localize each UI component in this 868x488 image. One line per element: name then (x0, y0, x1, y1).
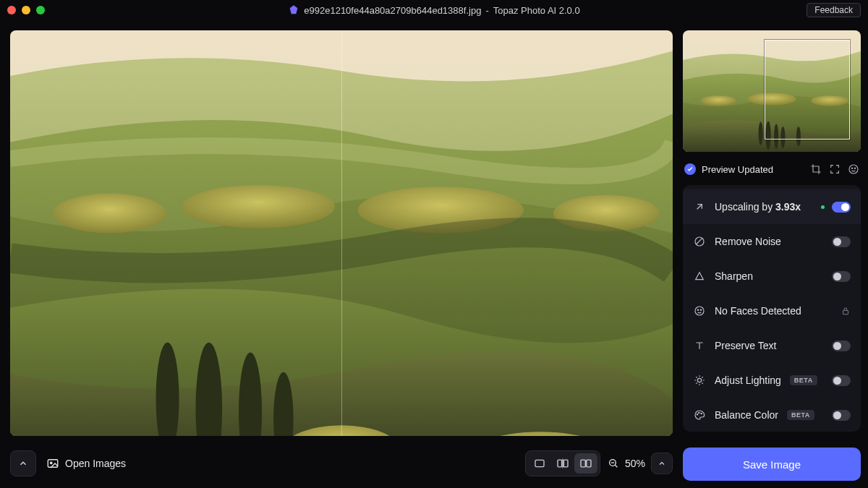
upscale-icon (693, 200, 706, 213)
enhancement-faces-label: No Faces Detected (715, 305, 801, 317)
title-filename: e992e1210fe44a80a2709b644ed1388f.jpg (304, 5, 481, 16)
enhancement-faces-row[interactable]: No Faces Detected (683, 294, 861, 328)
enhancement-noise-row[interactable]: Remove Noise (683, 224, 861, 259)
view-mode-group (525, 450, 600, 476)
preview-status-text: Preview Updated (702, 164, 773, 175)
viewmode-split-button[interactable] (551, 453, 574, 474)
svg-rect-26 (581, 460, 585, 467)
preview-canvas[interactable] (10, 30, 673, 436)
close-window-icon[interactable] (7, 6, 16, 14)
svg-point-40 (697, 414, 697, 415)
window-controls[interactable] (7, 6, 45, 14)
enhancement-upscale-label: Upscaling by 3.93x (715, 201, 801, 213)
title-separator: - (485, 5, 488, 16)
enhancement-noise-toggle[interactable] (832, 236, 851, 247)
svg-point-42 (701, 413, 702, 414)
minimize-window-icon[interactable] (22, 6, 30, 14)
zoom-value[interactable]: 50% (625, 458, 645, 469)
svg-point-21 (51, 462, 52, 463)
zoom-out-icon[interactable] (608, 458, 619, 469)
window-title: e992e1210fe44a80a2709b644ed1388f.jpg - T… (0, 4, 868, 16)
app-icon (288, 4, 299, 16)
zoom-control: 50% (608, 453, 673, 474)
preview-status-row: Preview Updated (683, 160, 861, 176)
face-icon (693, 304, 706, 317)
noise-icon (693, 235, 706, 248)
svg-point-31 (849, 165, 858, 174)
image-icon (46, 457, 59, 470)
enhancement-upscale-row[interactable]: Upscaling by 3.93x (683, 189, 861, 224)
split-divider[interactable] (341, 30, 342, 436)
open-images-button[interactable]: Open Images (43, 457, 126, 470)
open-images-label: Open Images (65, 458, 126, 469)
enhancement-sharpen-label: Sharpen (715, 270, 753, 282)
svg-point-37 (700, 309, 701, 310)
beta-badge: BETA (790, 375, 817, 385)
svg-rect-24 (563, 460, 568, 467)
titlebar: e992e1210fe44a80a2709b644ed1388f.jpg - T… (0, 0, 868, 20)
svg-point-35 (695, 307, 704, 315)
beta-badge: BETA (787, 410, 814, 420)
enhancement-light-label: Adjust Lighting (715, 374, 781, 386)
svg-rect-38 (843, 310, 848, 314)
enhancement-light-toggle[interactable] (832, 375, 851, 386)
status-check-icon (684, 163, 696, 175)
zoom-menu-button[interactable] (651, 453, 673, 474)
sharpen-icon (693, 270, 706, 283)
enhancement-light-row[interactable]: Adjust LightingBETA (683, 363, 861, 398)
enhancement-text-toggle[interactable] (832, 341, 851, 351)
enhancement-text-label: Preserve Text (715, 340, 776, 351)
lock-icon (841, 306, 851, 316)
title-app: Topaz Photo AI 2.0.0 (493, 5, 580, 16)
active-indicator-dot (821, 205, 825, 209)
svg-line-29 (615, 465, 617, 467)
face-status-icon[interactable] (848, 163, 859, 175)
fullscreen-icon[interactable] (829, 163, 841, 175)
viewmode-single-button[interactable] (528, 453, 551, 474)
svg-rect-23 (558, 460, 562, 467)
svg-rect-27 (587, 460, 591, 467)
svg-point-39 (697, 378, 701, 382)
navigator-thumbnail[interactable] (683, 30, 861, 152)
svg-point-33 (854, 168, 855, 168)
collapse-up-button[interactable] (10, 450, 36, 476)
palette-icon (693, 408, 706, 421)
text-icon (693, 339, 706, 352)
viewmode-sidebyside-button[interactable] (574, 453, 597, 474)
sun-icon (693, 374, 706, 387)
maximize-window-icon[interactable] (36, 6, 45, 14)
enhancements-panel: Upscaling by 3.93xRemove NoiseSharpenNo … (683, 185, 861, 432)
feedback-button[interactable]: Feedback (807, 3, 861, 17)
crop-icon[interactable] (810, 163, 822, 175)
enhancement-sharpen-toggle[interactable] (832, 271, 851, 282)
enhancement-sharpen-row[interactable]: Sharpen (683, 259, 861, 294)
enhancement-upscale-toggle[interactable] (832, 202, 851, 213)
bottom-toolbar: Open Images 50% (10, 446, 673, 481)
save-image-label: Save Image (743, 458, 801, 471)
enhancement-color-toggle[interactable] (832, 410, 851, 421)
svg-rect-22 (535, 460, 544, 466)
enhancement-noise-label: Remove Noise (715, 236, 781, 247)
enhancement-color-label: Balance Color (715, 409, 778, 421)
save-image-button[interactable]: Save Image (683, 448, 861, 481)
svg-point-36 (697, 309, 698, 310)
enhancement-text-row[interactable]: Preserve Text (683, 328, 861, 363)
enhancement-color-row[interactable]: Balance ColorBETA (683, 398, 861, 432)
navigator-viewport-rect[interactable] (765, 40, 850, 140)
svg-point-32 (851, 168, 852, 168)
svg-point-41 (699, 412, 699, 413)
